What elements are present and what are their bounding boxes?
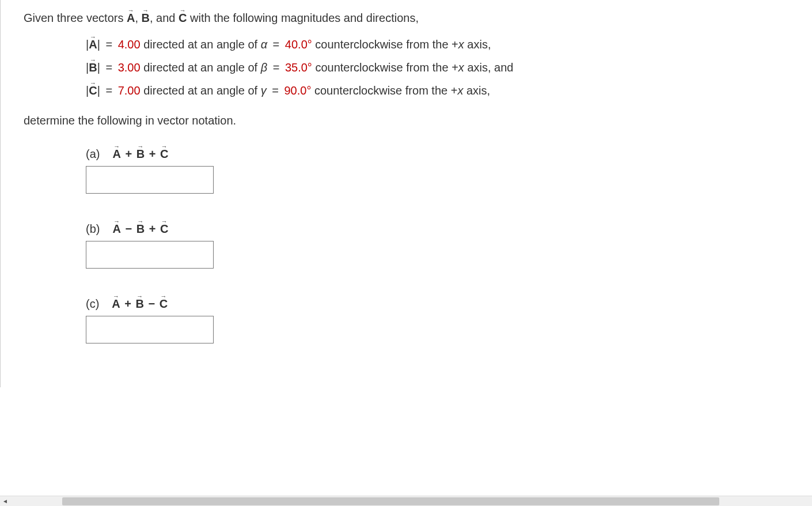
vector-a-magnitude-label: |A| — [86, 38, 100, 51]
vector-b-suffix: counterclockwise from the + — [315, 61, 458, 74]
x-axis-var: x — [458, 38, 464, 51]
directed-text: directed at an angle of — [141, 61, 261, 74]
problem-parts: (a) A + B + C (b) A − B + C (c) — [24, 145, 789, 343]
vector-c-symbol: C — [179, 9, 187, 27]
equals-sign: = — [267, 61, 285, 74]
vec-b: B — [136, 145, 145, 163]
part-b-expression: A − B + C — [112, 220, 169, 237]
equals-sign: = — [103, 38, 117, 51]
part-a-header: (a) A + B + C — [86, 145, 789, 163]
part-a-expression: A + B + C — [112, 145, 169, 163]
vector-a-symbol: A — [127, 9, 135, 27]
vec-b: B — [136, 220, 145, 237]
part-a-answer-input[interactable] — [86, 166, 214, 194]
vec-b-inline: B — [89, 59, 97, 76]
intro-suffix: with the following magnitudes and direct… — [187, 12, 419, 24]
vector-c-magnitude-value: 7.00 — [118, 84, 141, 97]
part-b: (b) A − B + C — [86, 220, 789, 269]
vector-a-angle-value: 40.0° — [285, 38, 312, 51]
vector-b-symbol: B — [142, 9, 150, 27]
vector-c-angle-value: 90.0° — [284, 84, 311, 97]
vector-a-line: |A| = 4.00 directed at an angle of α = 4… — [86, 36, 789, 53]
intro-mid2: , and — [150, 12, 179, 24]
equals-sign: = — [103, 84, 117, 97]
part-b-answer-input[interactable] — [86, 241, 214, 269]
vector-b-magnitude-label: |B| — [86, 61, 100, 74]
determine-instruction: determine the following in vector notati… — [24, 112, 789, 129]
part-c-answer-input[interactable] — [86, 316, 214, 343]
part-c-expression: A + B − C — [112, 295, 168, 312]
vector-a-magnitude-value: 4.00 — [118, 38, 141, 51]
op2: + — [149, 222, 157, 235]
equals-sign: = — [267, 38, 285, 51]
vec-a: A — [112, 145, 121, 163]
vector-b-angle-value: 35.0° — [285, 61, 312, 74]
part-a: (a) A + B + C — [86, 145, 789, 194]
vec-a: A — [112, 295, 120, 312]
vec-c: C — [160, 145, 169, 163]
axis-tail: axis, — [463, 84, 490, 97]
equals-sign: = — [267, 84, 284, 97]
vector-a-suffix: counterclockwise from the + — [315, 38, 458, 51]
op1: − — [125, 222, 132, 235]
vector-b-line: |B| = 3.00 directed at an angle of β = 3… — [86, 59, 789, 76]
vector-c-magnitude-label: |C| — [86, 84, 100, 97]
directed-text: directed at an angle of — [141, 84, 261, 97]
intro-mid1: , — [135, 12, 141, 24]
op1: + — [125, 148, 132, 160]
axis-tail: axis, and — [464, 61, 514, 74]
vec-c-inline: C — [89, 82, 97, 99]
vec-c: C — [160, 220, 169, 237]
vector-c-suffix: counterclockwise from the + — [314, 84, 457, 97]
equals-sign: = — [103, 61, 117, 74]
problem-intro: Given three vectors A, B, and C with the… — [24, 9, 789, 27]
part-c-header: (c) A + B − C — [86, 295, 789, 312]
part-a-label: (a) — [86, 145, 100, 163]
op1: + — [124, 297, 132, 310]
vec-a-inline: A — [89, 36, 97, 53]
directed-text: directed at an angle of — [141, 38, 261, 51]
vec-c: C — [160, 295, 168, 312]
vector-c-line: |C| = 7.00 directed at an angle of γ = 9… — [86, 82, 789, 99]
angle-gamma-symbol: γ — [261, 84, 267, 97]
vector-b-magnitude-value: 3.00 — [118, 61, 141, 74]
given-vectors-list: |A| = 4.00 directed at an angle of α = 4… — [24, 36, 789, 99]
op2: − — [149, 297, 156, 310]
angle-beta-symbol: β — [261, 61, 267, 74]
axis-tail: axis, — [464, 38, 491, 51]
vec-b: B — [136, 295, 145, 312]
part-c: (c) A + B − C — [86, 295, 789, 343]
part-b-label: (b) — [86, 220, 100, 237]
op2: + — [149, 148, 157, 160]
x-axis-var: x — [458, 61, 464, 74]
intro-prefix: Given three vectors — [24, 12, 127, 24]
vec-a: A — [112, 220, 121, 237]
part-c-label: (c) — [86, 295, 99, 312]
angle-alpha-symbol: α — [261, 38, 267, 51]
x-axis-var: x — [457, 84, 463, 97]
part-b-header: (b) A − B + C — [86, 220, 789, 237]
